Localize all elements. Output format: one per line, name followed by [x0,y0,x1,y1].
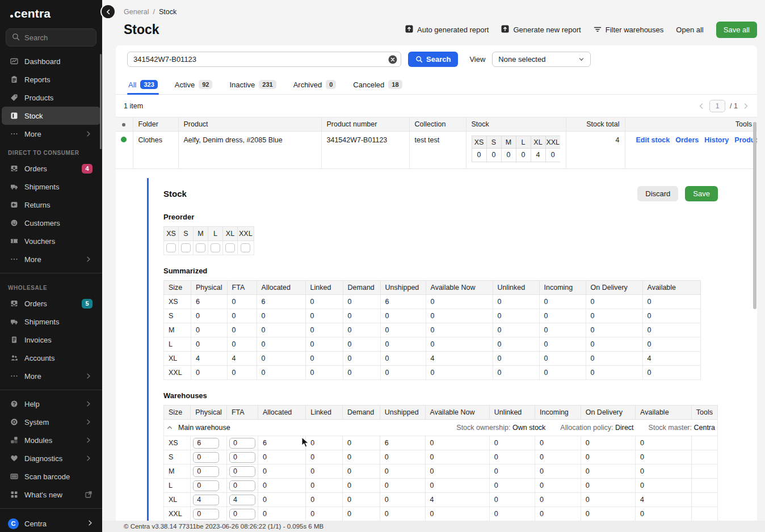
sidebar-item-diagnostics[interactable]: Diagnostics [2,449,100,467]
size-header: XL [531,136,545,149]
warehouse-cell: 0 [636,479,692,493]
column-header: Product [178,117,321,132]
warehouse-cell: 0 [380,493,425,507]
size-value: 0 [486,149,501,162]
warehouse-cell: 0 [380,450,425,465]
tab-active[interactable]: Active92 [174,78,214,94]
summarized-cell: 0 [539,323,586,337]
sidebar-item-more[interactable]: More [2,250,100,268]
sidebar-item-label: Help [24,400,40,408]
fta-input[interactable] [229,495,255,505]
table-row[interactable]: Clothes Aelfy, Denim dress, #2085 Blue 3… [116,132,757,169]
sidebar-item-vouchers[interactable]: Vouchers [2,232,100,250]
physical-input[interactable] [193,480,219,491]
preorder-input[interactable] [196,243,205,252]
sidebar-item-dashboard[interactable]: Dashboard [2,52,100,70]
fta-input[interactable] [229,466,255,477]
sidebar-item-accounts[interactable]: Accounts [2,349,100,367]
summarized-cell: 0 [586,295,642,309]
summarized-cell: 0 [493,366,539,380]
sidebar-item-more[interactable]: More [2,367,100,385]
sidebar-item-orders[interactable]: Orders5 [2,294,100,313]
sidebar-item-what-s-new[interactable]: What's new [2,485,100,504]
preorder-input[interactable] [181,243,191,252]
save-all-button[interactable]: Save all [716,22,757,38]
sidebar-collapse-button[interactable] [100,4,116,19]
fta-input[interactable] [229,480,255,491]
clear-search-icon[interactable] [388,55,397,64]
sidebar-item-returns[interactable]: Returns [2,196,100,214]
preorder-input[interactable] [225,243,235,252]
tab-count-badge: 0 [326,80,336,89]
account-label: Centra [24,520,47,528]
sidebar-item-orders[interactable]: Orders4 [2,159,100,178]
sidebar-item-system[interactable]: System [2,413,100,431]
summarized-cell: 0 [586,337,642,352]
caret-up-icon[interactable] [166,424,173,431]
physical-input[interactable] [193,466,219,477]
page-next-icon[interactable] [742,103,749,109]
preorder-input[interactable] [211,243,220,252]
save-button[interactable]: Save [685,186,718,201]
search-input[interactable] [127,52,401,67]
sidebar-item-shipments[interactable]: Shipments [2,313,100,331]
content-scrollbar[interactable] [753,122,756,309]
tool-link-edit-stock[interactable]: Edit stock [636,136,670,144]
sidebar-item-label: Invoices [24,336,52,344]
physical-input[interactable] [193,509,219,520]
page-input[interactable] [709,100,725,112]
sidebar-item-reports[interactable]: Reports [2,70,100,88]
search-button[interactable]: Search [408,52,458,67]
physical-input[interactable] [193,495,219,505]
sidebar-item-customers[interactable]: Customers [2,214,100,232]
preorder-input[interactable] [241,243,250,252]
returns-icon [10,201,18,209]
breadcrumb-parent[interactable]: General [124,8,149,16]
sidebar-item-more[interactable]: More [2,125,100,143]
view-select[interactable]: None selected [492,52,591,67]
sidebar-item-help[interactable]: Help [2,395,100,413]
warehouse-cell: 0 [343,436,380,450]
filter-warehouses-button[interactable]: Filter warehouses [594,25,664,35]
page-total: / 1 [730,102,738,110]
summarized-cell: 0 [227,323,257,337]
discard-button[interactable]: Discard [637,186,678,201]
tab-all[interactable]: All323 [127,78,159,94]
sidebar-account[interactable]: C Centra [0,513,102,532]
sidebar-item-scan-barcode[interactable]: Scan barcode [2,467,100,485]
sidebar-item-products[interactable]: Products [2,88,100,107]
tab-archived[interactable]: Archived0 [292,78,338,94]
sidebar-section-label: WHOLESALE [0,278,102,294]
physical-input[interactable] [193,438,219,449]
logo-text: centra [14,7,51,20]
physical-input[interactable] [193,452,219,463]
tool-link-orders[interactable]: Orders [675,136,699,144]
customers-icon [10,219,18,227]
sidebar-scrollbar[interactable] [100,54,102,149]
generate-new-report-button[interactable]: Generate new report [501,25,581,35]
preorder-cell [164,241,179,255]
fta-input[interactable] [229,452,255,463]
warehouse-fta-cell [226,493,258,507]
summarized-column-header: Demand [343,281,380,295]
page-prev-icon[interactable] [698,103,705,109]
open-all-button[interactable]: Open all [676,26,703,34]
sidebar-item-modules[interactable]: Modules [2,431,100,449]
tool-link-history[interactable]: History [704,136,729,144]
tab-canceled[interactable]: Canceled18 [352,78,403,94]
summarized-cell: 0 [227,295,257,309]
sidebar-item-shipments[interactable]: Shipments [2,178,100,196]
sidebar-item-invoices[interactable]: Invoices [2,331,100,349]
fta-input[interactable] [229,438,255,449]
summarized-cell: 0 [227,366,257,380]
tab-inactive[interactable]: Inactive231 [228,78,277,94]
sidebar-item-stock[interactable]: Stock [2,107,100,125]
preorder-input[interactable] [166,243,176,252]
size-value: 0 [501,149,516,162]
sidebar-search-input[interactable]: Search [6,28,96,47]
warehouse-cell: 0 [535,465,581,479]
auto-generated-report-button[interactable]: Auto generated report [405,25,489,35]
warehouse-cell: 0 [581,450,635,465]
fta-input[interactable] [229,509,255,520]
diagnostics-icon [10,454,18,463]
